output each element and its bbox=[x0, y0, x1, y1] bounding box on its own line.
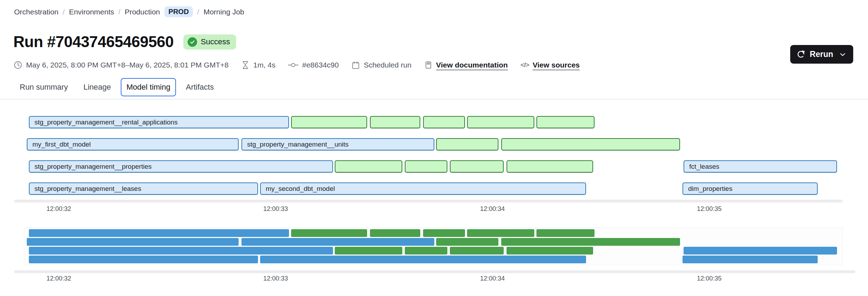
gantt-bar-model[interactable]: stg_property_management__units bbox=[241, 138, 434, 150]
minimap-bar-other bbox=[450, 247, 504, 255]
gantt-bar-model[interactable]: my_second_dbt_model bbox=[260, 182, 586, 195]
gantt-bar-other[interactable] bbox=[450, 160, 504, 173]
model-timing-chart: stg_property_management__rental_applicat… bbox=[0, 0, 868, 296]
minimap-bar-model bbox=[684, 247, 837, 255]
gantt-bar-model[interactable]: stg_property_management__leases bbox=[29, 182, 258, 195]
minimap-bar-model bbox=[260, 256, 586, 263]
minimap-bar-other bbox=[291, 229, 367, 237]
gantt-bar-model[interactable]: dim_properties bbox=[683, 182, 818, 195]
minimap-bar-model bbox=[241, 238, 434, 246]
minimap-bar-other bbox=[536, 229, 595, 237]
minimap-bar-other bbox=[436, 238, 498, 246]
gantt-bar-other[interactable] bbox=[335, 160, 402, 173]
minimap-bar-model bbox=[29, 247, 333, 255]
axis-tick-label: 12:00:32 bbox=[46, 205, 71, 213]
minimap-bar-other bbox=[507, 247, 593, 255]
gantt-bar-other[interactable] bbox=[405, 160, 447, 173]
gantt-bar-other[interactable] bbox=[436, 138, 498, 150]
axis-tick-label: 12:00:32 bbox=[46, 275, 71, 282]
minimap-bar-other bbox=[335, 247, 402, 255]
minimap-bar-model bbox=[29, 229, 289, 237]
gantt-bar-other[interactable] bbox=[467, 116, 534, 128]
axis-tick-label: 12:00:35 bbox=[697, 275, 722, 282]
gantt-bar-other[interactable] bbox=[291, 116, 367, 128]
minimap-bar-other bbox=[467, 229, 534, 237]
gantt-bar-model[interactable]: stg_property_management__rental_applicat… bbox=[29, 116, 289, 128]
axis-tick-label: 12:00:34 bbox=[480, 275, 505, 282]
gantt-bar-other[interactable] bbox=[370, 116, 420, 128]
minimap-bar-model bbox=[683, 256, 818, 263]
minimap-bar-model bbox=[27, 238, 239, 246]
gantt-bar-other[interactable] bbox=[507, 160, 593, 173]
axis-tick-label: 12:00:33 bbox=[263, 205, 288, 213]
axis-tick-label: 12:00:33 bbox=[263, 275, 288, 282]
axis-tick-label: 12:00:35 bbox=[697, 205, 722, 213]
gantt-bar-other[interactable] bbox=[501, 138, 680, 150]
gantt-bar-other[interactable] bbox=[423, 116, 465, 128]
gantt-bar-model[interactable]: stg_property_management__properties bbox=[29, 160, 333, 173]
minimap-scrollbar-track[interactable] bbox=[14, 270, 855, 273]
minimap-bar-model bbox=[29, 256, 258, 263]
axis-tick-label: 12:00:34 bbox=[480, 205, 505, 213]
minimap-bar-other bbox=[370, 229, 420, 237]
gantt-bar-other[interactable] bbox=[536, 116, 595, 128]
gantt-bar-model[interactable]: my_first_dbt_model bbox=[27, 138, 239, 150]
gantt-scrollbar-track[interactable] bbox=[14, 200, 843, 202]
minimap-bar-other bbox=[423, 229, 465, 237]
minimap-bar-other bbox=[501, 238, 680, 246]
minimap-bar-other bbox=[405, 247, 447, 255]
gantt-bar-model[interactable]: fct_leases bbox=[684, 160, 837, 173]
